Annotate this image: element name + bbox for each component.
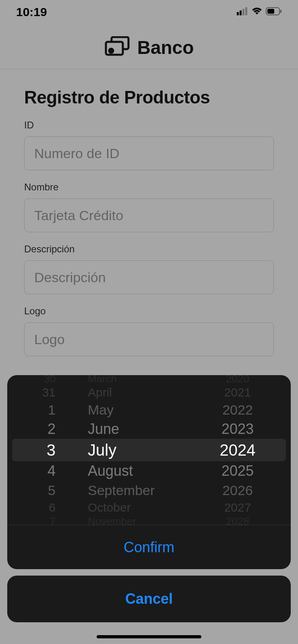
year-option[interactable]: 2022 bbox=[184, 400, 291, 419]
app-title: Banco bbox=[137, 37, 194, 58]
status-bar: 10:19 bbox=[0, 0, 298, 24]
year-option[interactable]: 2021 bbox=[184, 385, 291, 400]
month-option[interactable]: November bbox=[88, 515, 192, 525]
month-option[interactable]: March bbox=[88, 375, 192, 385]
status-time: 10:19 bbox=[16, 5, 47, 19]
day-option[interactable]: 31 bbox=[7, 385, 56, 400]
day-option[interactable]: 30 bbox=[7, 375, 56, 385]
year-option[interactable]: 2026 bbox=[184, 481, 291, 500]
month-option-selected[interactable]: July bbox=[88, 439, 192, 461]
month-option[interactable]: September bbox=[88, 481, 192, 500]
month-option[interactable]: June bbox=[88, 419, 192, 439]
day-option[interactable]: 1 bbox=[7, 400, 56, 419]
svg-rect-3 bbox=[245, 7, 247, 15]
confirm-button[interactable]: Confirm bbox=[7, 525, 291, 569]
field-description: Descripción bbox=[24, 244, 274, 294]
page-title: Registro de Productos bbox=[24, 87, 274, 107]
id-input[interactable] bbox=[24, 136, 274, 170]
cellular-icon bbox=[237, 7, 248, 17]
svg-rect-0 bbox=[237, 12, 239, 15]
logo-label: Logo bbox=[24, 305, 274, 317]
day-option[interactable]: 4 bbox=[7, 461, 56, 481]
year-option-selected[interactable]: 2024 bbox=[184, 439, 291, 461]
battery-icon bbox=[266, 7, 282, 17]
field-name: Nombre bbox=[24, 182, 274, 232]
day-option[interactable]: 7 bbox=[7, 515, 56, 525]
year-option[interactable]: 2025 bbox=[184, 461, 291, 481]
day-option[interactable]: 5 bbox=[7, 481, 56, 500]
day-option-selected[interactable]: 3 bbox=[7, 439, 56, 461]
year-option[interactable]: 2023 bbox=[184, 419, 291, 439]
svg-rect-1 bbox=[240, 10, 242, 15]
name-label: Nombre bbox=[24, 182, 274, 193]
date-picker-modal: 30 31 1 2 3 4 5 6 7 March April May June… bbox=[7, 375, 291, 569]
svg-rect-6 bbox=[280, 10, 281, 13]
month-option[interactable]: August bbox=[88, 461, 192, 481]
svg-point-9 bbox=[109, 49, 113, 53]
year-option[interactable]: 2020 bbox=[184, 375, 291, 385]
year-option[interactable]: 2027 bbox=[184, 500, 291, 515]
svg-rect-8 bbox=[106, 42, 123, 55]
status-icons bbox=[237, 7, 282, 17]
month-option[interactable]: May bbox=[88, 400, 192, 419]
description-label: Descripción bbox=[24, 244, 274, 255]
logo-input[interactable] bbox=[24, 322, 274, 356]
year-column[interactable]: 2020 2021 2022 2023 2024 2025 2026 2027 … bbox=[184, 375, 291, 525]
name-input[interactable] bbox=[24, 198, 274, 232]
cancel-button[interactable]: Cancel bbox=[7, 576, 291, 622]
description-input[interactable] bbox=[24, 260, 274, 294]
home-indicator[interactable] bbox=[97, 635, 201, 638]
day-option[interactable]: 2 bbox=[7, 419, 56, 439]
day-column[interactable]: 30 31 1 2 3 4 5 6 7 bbox=[7, 375, 72, 525]
id-label: ID bbox=[24, 120, 274, 131]
field-id: ID bbox=[24, 120, 274, 170]
app-header: Banco bbox=[0, 24, 298, 69]
month-column[interactable]: March April May June July August Septemb… bbox=[72, 375, 184, 525]
month-option[interactable]: October bbox=[88, 500, 192, 515]
picker-wheels[interactable]: 30 31 1 2 3 4 5 6 7 March April May June… bbox=[7, 375, 291, 525]
year-option[interactable]: 2028 bbox=[184, 515, 291, 525]
field-logo: Logo bbox=[24, 305, 274, 356]
day-option[interactable]: 6 bbox=[7, 500, 56, 515]
svg-rect-2 bbox=[242, 9, 244, 15]
form-content: Registro de Productos ID Nombre Descripc… bbox=[0, 69, 298, 386]
wifi-icon bbox=[251, 7, 263, 17]
bank-icon bbox=[104, 36, 130, 59]
svg-rect-5 bbox=[267, 9, 274, 14]
month-option[interactable]: April bbox=[88, 385, 192, 400]
